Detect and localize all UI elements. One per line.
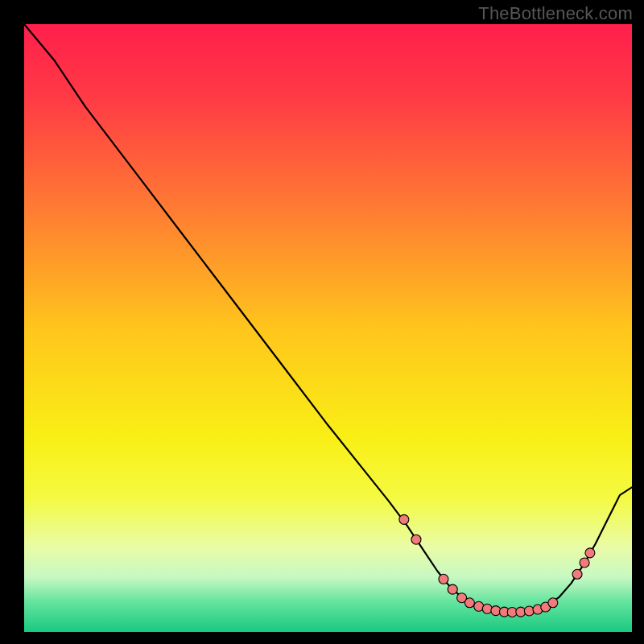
chart-plot-area <box>24 24 632 632</box>
watermark-text: TheBottleneck.com <box>478 3 633 24</box>
chart-marker <box>399 514 409 524</box>
chart-marker <box>482 604 492 613</box>
chart-marker <box>464 598 474 608</box>
chart-background <box>24 24 632 632</box>
chart-marker <box>524 606 534 616</box>
chart-marker <box>585 548 595 558</box>
chart-marker <box>411 535 421 544</box>
chart-marker <box>572 569 582 579</box>
chart-marker <box>580 558 589 568</box>
chart-marker <box>439 574 448 584</box>
chart-marker <box>448 584 457 594</box>
chart-marker <box>548 598 558 608</box>
